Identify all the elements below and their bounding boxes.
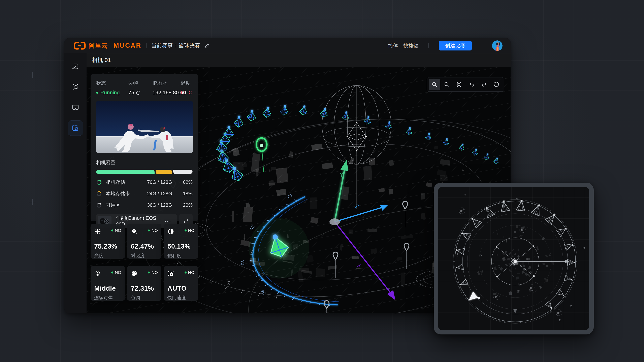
- badge-text: NO: [188, 228, 194, 233]
- radar-camera-marker[interactable]: [469, 215, 482, 228]
- radar-camera-marker[interactable]: [568, 259, 575, 266]
- redo-button[interactable]: [478, 79, 490, 90]
- device-more-button[interactable]: ···: [163, 218, 172, 224]
- sidebar-item-screen-cast[interactable]: [68, 100, 83, 115]
- fill-color-icon: [131, 228, 138, 236]
- camera-marker[interactable]: [280, 105, 289, 116]
- arc-progress-icon: [96, 179, 102, 185]
- camera-settings-icon: [72, 124, 80, 132]
- camera-marker[interactable]: [384, 121, 393, 130]
- language-button[interactable]: 简体: [388, 42, 398, 49]
- tile-brightness[interactable]: NO 75.23% 亮度: [90, 224, 125, 259]
- tile-label: 连续对焦: [94, 295, 121, 301]
- camera-marker[interactable]: [341, 111, 350, 121]
- desktop-plus-mark: [30, 199, 36, 205]
- badge-text: NO: [115, 270, 121, 275]
- page-title: 相机 01: [92, 56, 111, 64]
- webcam-focus-icon: [94, 270, 101, 278]
- titlebar-divider: [428, 43, 429, 48]
- capacity-row-usage: 70G / 128G: [147, 179, 181, 185]
- capacity-row-camera-storage: 相机存储 70G / 128G 62%: [96, 179, 192, 185]
- desktop-plus-mark: [30, 72, 36, 78]
- create-match-button[interactable]: 创建比赛: [439, 41, 472, 50]
- radar-camera-marker[interactable]: [456, 264, 464, 271]
- badge-dot: [148, 230, 150, 232]
- capacity-row-available: 可用区 36G / 128G 20%: [96, 202, 192, 208]
- tile-contrast-ratio[interactable]: NO 62.47% 对比度: [127, 224, 162, 259]
- radar-camera-marker[interactable]: [564, 275, 573, 283]
- brand-name-cn: 阿里云: [88, 41, 108, 50]
- crop-cut-icon: [72, 62, 80, 71]
- tile-status-badge: NO: [111, 228, 121, 233]
- svg-text:Y: Y: [456, 236, 459, 240]
- badge-dot: [111, 272, 113, 274]
- camera-marker[interactable]: [234, 115, 244, 127]
- tile-continuous-focus[interactable]: NO Middle 连续对焦: [90, 266, 125, 301]
- loading-spinner-icon: [136, 91, 140, 95]
- temperature-down-arrow-icon: ↓: [194, 89, 197, 96]
- radar-camera-marker[interactable]: [545, 301, 554, 311]
- tile-hue[interactable]: NO 72.31% 色调: [127, 266, 162, 301]
- tile-value: 50.13%: [168, 243, 194, 250]
- fit-view-button[interactable]: [453, 79, 465, 90]
- camera-array-radar[interactable]: YXYXZXZ: [438, 187, 589, 330]
- capacity-row-usage: 36G / 128G: [147, 202, 181, 208]
- camera-marker[interactable]: [320, 107, 329, 118]
- zoom-out-button[interactable]: [441, 79, 452, 90]
- badge-text: NO: [188, 270, 194, 275]
- tile-label: 对比度: [131, 253, 158, 259]
- reset-view-button[interactable]: [491, 79, 502, 90]
- camera-status-panel: 状态 Running 丢帧 75 IP地址: [90, 74, 198, 221]
- camera-preview-image: [96, 101, 193, 153]
- svg-text:04: 04: [260, 289, 267, 296]
- badge-text: NO: [152, 270, 158, 275]
- camera-marker[interactable]: [442, 138, 450, 146]
- app-titlebar: 阿里云 MUCAR 当前赛事：篮球决赛 简体 快捷键 创建比赛: [64, 38, 510, 53]
- camera-marker[interactable]: [364, 115, 372, 125]
- svg-text:Y: Y: [464, 193, 466, 197]
- capacity-row-usage: 24G / 128G: [147, 191, 181, 196]
- tile-status-badge: NO: [148, 228, 158, 233]
- camera-marker[interactable]: [472, 148, 479, 156]
- badge-text: NO: [115, 228, 121, 233]
- camera-marker[interactable]: [484, 153, 490, 161]
- edit-event-icon[interactable]: [204, 43, 210, 49]
- tile-label: 饱和度: [168, 253, 194, 259]
- radar-camera-marker[interactable]: [531, 203, 544, 216]
- capacity-row-percent: 18%: [183, 191, 192, 196]
- badge-text: NO: [152, 228, 158, 233]
- camera-marker[interactable]: [493, 157, 500, 164]
- tile-label: 快门速度: [168, 295, 194, 301]
- sidebar-item-crop-tool[interactable]: [68, 59, 83, 74]
- shortcuts-button[interactable]: 快捷键: [403, 42, 418, 49]
- svg-text:Z: Z: [226, 280, 231, 287]
- brand: 阿里云 MUCAR: [74, 41, 142, 50]
- zoom-in-button[interactable]: [429, 79, 440, 90]
- capacity-row-label: 可用区: [106, 202, 147, 208]
- camera-marker[interactable]: [405, 126, 413, 136]
- status-dot: [96, 92, 98, 94]
- tile-shutter-speed[interactable]: NO AUTO 快门速度: [164, 266, 198, 301]
- badge-dot: [111, 230, 113, 232]
- status-value: Running: [100, 89, 120, 96]
- tile-label: 色调: [131, 295, 158, 301]
- tile-saturation[interactable]: NO 50.13% 饱和度: [164, 224, 198, 259]
- swap-icon: [182, 218, 190, 224]
- radar-camera-marker[interactable]: [545, 212, 558, 225]
- undo-button[interactable]: [466, 79, 478, 90]
- svg-text:X: X: [480, 254, 482, 257]
- radar-camera-marker[interactable]: [556, 225, 568, 237]
- camera-marker[interactable]: [425, 132, 432, 141]
- svg-text:01: 01: [286, 193, 294, 200]
- badge-dot: [148, 272, 150, 274]
- radar-camera-marker[interactable]: [556, 289, 566, 298]
- camera-marker[interactable]: [299, 105, 308, 116]
- sidebar-item-camera-settings[interactable]: [68, 120, 83, 136]
- radar-camera-marker[interactable]: [482, 205, 495, 218]
- svg-text:Z: Z: [559, 319, 561, 322]
- status-label: 状态: [96, 80, 128, 86]
- sidebar-item-search-area[interactable]: [68, 79, 83, 95]
- user-avatar[interactable]: [492, 40, 502, 51]
- svg-text:Z: Z: [354, 203, 360, 210]
- radar-camera-selected[interactable]: [467, 291, 480, 305]
